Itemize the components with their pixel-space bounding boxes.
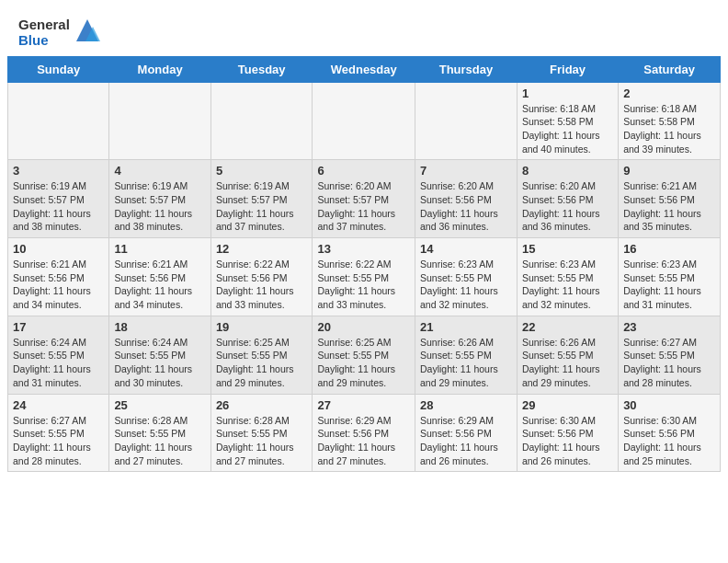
- day-number: 30: [623, 398, 715, 412]
- calendar-cell: 19Sunrise: 6:25 AM Sunset: 5:55 PM Dayli…: [210, 316, 313, 394]
- day-number: 15: [522, 242, 613, 256]
- day-number: 22: [522, 320, 613, 334]
- calendar-cell: 23Sunrise: 6:27 AM Sunset: 5:55 PM Dayli…: [619, 316, 721, 394]
- calendar-cell: 15Sunrise: 6:23 AM Sunset: 5:55 PM Dayli…: [517, 238, 618, 316]
- day-number: 18: [114, 320, 205, 334]
- logo-general: General: [18, 17, 70, 32]
- day-info: Sunrise: 6:29 AM Sunset: 5:56 PM Dayligh…: [317, 414, 410, 468]
- calendar-cell: 16Sunrise: 6:23 AM Sunset: 5:55 PM Dayli…: [619, 238, 721, 316]
- calendar-week-row: 3Sunrise: 6:19 AM Sunset: 5:57 PM Daylig…: [8, 160, 721, 238]
- calendar-cell: 5Sunrise: 6:19 AM Sunset: 5:57 PM Daylig…: [210, 160, 313, 238]
- day-info: Sunrise: 6:18 AM Sunset: 5:58 PM Dayligh…: [522, 102, 613, 156]
- calendar-cell: 2Sunrise: 6:18 AM Sunset: 5:58 PM Daylig…: [619, 82, 721, 160]
- calendar-cell: 6Sunrise: 6:20 AM Sunset: 5:57 PM Daylig…: [313, 160, 415, 238]
- day-number: 4: [114, 164, 205, 178]
- calendar-cell: 12Sunrise: 6:22 AM Sunset: 5:56 PM Dayli…: [210, 238, 313, 316]
- calendar-cell: [109, 82, 210, 160]
- day-info: Sunrise: 6:21 AM Sunset: 5:56 PM Dayligh…: [114, 258, 205, 312]
- day-number: 25: [114, 398, 205, 412]
- day-number: 12: [216, 242, 308, 256]
- day-number: 1: [522, 86, 613, 100]
- calendar-cell: 29Sunrise: 6:30 AM Sunset: 5:56 PM Dayli…: [517, 394, 618, 472]
- day-number: 27: [317, 398, 410, 412]
- calendar-cell: 13Sunrise: 6:22 AM Sunset: 5:55 PM Dayli…: [313, 238, 415, 316]
- day-number: 23: [623, 320, 715, 334]
- calendar-cell: 7Sunrise: 6:20 AM Sunset: 5:56 PM Daylig…: [415, 160, 518, 238]
- calendar-day-header: Thursday: [415, 56, 518, 82]
- calendar-cell: 10Sunrise: 6:21 AM Sunset: 5:56 PM Dayli…: [8, 238, 109, 316]
- day-info: Sunrise: 6:28 AM Sunset: 5:55 PM Dayligh…: [114, 414, 205, 468]
- day-info: Sunrise: 6:20 AM Sunset: 5:56 PM Dayligh…: [522, 179, 613, 234]
- day-number: 7: [420, 164, 512, 178]
- calendar-cell: [313, 82, 415, 160]
- day-number: 11: [114, 242, 205, 256]
- day-info: Sunrise: 6:21 AM Sunset: 5:56 PM Dayligh…: [13, 258, 104, 312]
- day-number: 5: [216, 164, 308, 178]
- day-number: 29: [522, 398, 613, 412]
- day-number: 17: [13, 320, 104, 334]
- calendar-day-header: Sunday: [8, 56, 109, 82]
- day-number: 16: [623, 242, 715, 256]
- day-info: Sunrise: 6:27 AM Sunset: 5:55 PM Dayligh…: [623, 336, 715, 390]
- calendar-cell: 18Sunrise: 6:24 AM Sunset: 5:55 PM Dayli…: [109, 316, 210, 394]
- day-number: 24: [13, 398, 104, 412]
- day-number: 20: [317, 320, 410, 334]
- calendar-cell: [210, 82, 313, 160]
- day-number: 2: [623, 86, 715, 100]
- day-info: Sunrise: 6:24 AM Sunset: 5:55 PM Dayligh…: [114, 336, 205, 390]
- calendar-cell: [415, 82, 518, 160]
- calendar-cell: 28Sunrise: 6:29 AM Sunset: 5:56 PM Dayli…: [415, 394, 518, 472]
- calendar-week-row: 17Sunrise: 6:24 AM Sunset: 5:55 PM Dayli…: [8, 316, 721, 394]
- day-number: 9: [623, 164, 715, 178]
- calendar-week-row: 24Sunrise: 6:27 AM Sunset: 5:55 PM Dayli…: [8, 394, 721, 472]
- day-info: Sunrise: 6:18 AM Sunset: 5:58 PM Dayligh…: [623, 102, 715, 156]
- calendar-cell: 8Sunrise: 6:20 AM Sunset: 5:56 PM Daylig…: [517, 160, 618, 238]
- day-number: 14: [420, 242, 512, 256]
- day-info: Sunrise: 6:21 AM Sunset: 5:56 PM Dayligh…: [623, 179, 715, 234]
- day-number: 10: [13, 242, 104, 256]
- calendar-cell: 9Sunrise: 6:21 AM Sunset: 5:56 PM Daylig…: [619, 160, 721, 238]
- day-info: Sunrise: 6:27 AM Sunset: 5:55 PM Dayligh…: [13, 414, 104, 468]
- calendar-cell: 30Sunrise: 6:30 AM Sunset: 5:56 PM Dayli…: [619, 394, 721, 472]
- calendar-cell: 3Sunrise: 6:19 AM Sunset: 5:57 PM Daylig…: [8, 160, 109, 238]
- calendar-week-row: 10Sunrise: 6:21 AM Sunset: 5:56 PM Dayli…: [8, 238, 721, 316]
- day-info: Sunrise: 6:20 AM Sunset: 5:56 PM Dayligh…: [420, 179, 512, 234]
- day-number: 19: [216, 320, 308, 334]
- day-number: 8: [522, 164, 613, 178]
- calendar-cell: [8, 82, 109, 160]
- calendar-day-header: Saturday: [619, 56, 721, 82]
- calendar-cell: 24Sunrise: 6:27 AM Sunset: 5:55 PM Dayli…: [8, 394, 109, 472]
- day-info: Sunrise: 6:23 AM Sunset: 5:55 PM Dayligh…: [623, 258, 715, 312]
- day-info: Sunrise: 6:29 AM Sunset: 5:56 PM Dayligh…: [420, 414, 512, 468]
- calendar-week-row: 1Sunrise: 6:18 AM Sunset: 5:58 PM Daylig…: [8, 82, 721, 160]
- calendar-cell: 1Sunrise: 6:18 AM Sunset: 5:58 PM Daylig…: [517, 82, 618, 160]
- calendar-cell: 22Sunrise: 6:26 AM Sunset: 5:55 PM Dayli…: [517, 316, 618, 394]
- calendar-cell: 27Sunrise: 6:29 AM Sunset: 5:56 PM Dayli…: [313, 394, 415, 472]
- calendar-cell: 14Sunrise: 6:23 AM Sunset: 5:55 PM Dayli…: [415, 238, 518, 316]
- day-info: Sunrise: 6:26 AM Sunset: 5:55 PM Dayligh…: [522, 336, 613, 390]
- calendar-body: 1Sunrise: 6:18 AM Sunset: 5:58 PM Daylig…: [8, 82, 721, 472]
- day-info: Sunrise: 6:23 AM Sunset: 5:55 PM Dayligh…: [522, 258, 613, 312]
- day-info: Sunrise: 6:25 AM Sunset: 5:55 PM Dayligh…: [317, 336, 410, 390]
- day-number: 21: [420, 320, 512, 334]
- day-number: 6: [317, 164, 410, 178]
- day-info: Sunrise: 6:22 AM Sunset: 5:56 PM Dayligh…: [216, 258, 308, 312]
- day-info: Sunrise: 6:22 AM Sunset: 5:55 PM Dayligh…: [317, 258, 410, 312]
- calendar-day-header: Monday: [109, 56, 210, 82]
- day-number: 13: [317, 242, 410, 256]
- day-info: Sunrise: 6:23 AM Sunset: 5:55 PM Dayligh…: [420, 258, 512, 312]
- calendar-cell: 21Sunrise: 6:26 AM Sunset: 5:55 PM Dayli…: [415, 316, 518, 394]
- calendar-header: SundayMondayTuesdayWednesdayThursdayFrid…: [8, 56, 721, 82]
- day-info: Sunrise: 6:19 AM Sunset: 5:57 PM Dayligh…: [114, 179, 205, 234]
- day-info: Sunrise: 6:26 AM Sunset: 5:55 PM Dayligh…: [420, 336, 512, 390]
- calendar-cell: 11Sunrise: 6:21 AM Sunset: 5:56 PM Dayli…: [109, 238, 210, 316]
- logo-blue: Blue: [18, 32, 70, 48]
- page-header: General Blue: [0, 0, 728, 56]
- day-number: 28: [420, 398, 512, 412]
- day-info: Sunrise: 6:20 AM Sunset: 5:57 PM Dayligh…: [317, 179, 410, 234]
- calendar-day-header: Wednesday: [313, 56, 415, 82]
- logo: General Blue: [18, 17, 102, 49]
- calendar-cell: 4Sunrise: 6:19 AM Sunset: 5:57 PM Daylig…: [109, 160, 210, 238]
- day-number: 3: [13, 164, 104, 178]
- calendar-cell: 25Sunrise: 6:28 AM Sunset: 5:55 PM Dayli…: [109, 394, 210, 472]
